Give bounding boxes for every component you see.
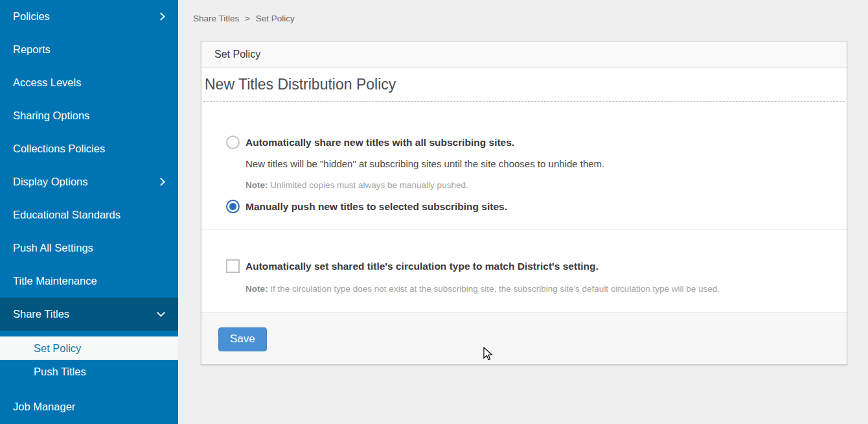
sidebar: Policies Reports Access Levels Sharing O… [0, 0, 178, 424]
sidebar-item-label: Push All Settings [13, 242, 93, 254]
sidebar-item-educational-standards[interactable]: Educational Standards [0, 198, 178, 231]
sidebar-item-reports[interactable]: Reports [0, 33, 178, 66]
sidebar-subitem-push-titles[interactable]: Push Titles [0, 360, 178, 383]
sidebar-item-label: Title Maintenance [13, 275, 97, 287]
sidebar-item-job-manager[interactable]: Job Manager [0, 390, 178, 423]
sidebar-item-label: Policies [13, 10, 50, 23]
option-label: Manually push new titles to selected sub… [246, 201, 507, 213]
main-content: Share Titles > Set Policy Set Policy New… [178, 0, 868, 424]
sidebar-item-label: Collections Policies [13, 143, 105, 155]
save-button[interactable]: Save [218, 327, 267, 351]
sidebar-item-access-levels[interactable]: Access Levels [0, 66, 178, 99]
distribution-policy-options: Automatically share new titles with all … [201, 102, 847, 230]
sidebar-item-label: Educational Standards [13, 209, 120, 221]
radio-manual-push[interactable] [226, 200, 240, 213]
option-circulation-type[interactable]: Automatically set shared title's circula… [226, 259, 834, 273]
sidebar-item-label: Reports [13, 43, 51, 56]
panel-header: Set Policy [201, 41, 847, 67]
sidebar-item-collections-policies[interactable]: Collections Policies [0, 132, 178, 165]
note-label: Note: [246, 284, 268, 294]
panel-title: Set Policy [214, 49, 260, 60]
option-label: Automatically set shared title's circula… [246, 261, 599, 272]
sidebar-item-push-all-settings[interactable]: Push All Settings [0, 231, 178, 265]
chevron-right-icon [157, 178, 165, 186]
sidebar-item-label: Job Manager [13, 401, 75, 413]
option-note: Note: Unlimited copies must always be ma… [246, 180, 834, 190]
sidebar-item-label: Share Titles [13, 308, 69, 320]
radio-auto-share[interactable] [226, 135, 240, 149]
sidebar-item-label: Display Options [13, 176, 88, 188]
sidebar-item-sharing-options[interactable]: Sharing Options [0, 99, 178, 132]
option-note: Note: If the circulation type does not e… [246, 284, 834, 294]
sidebar-item-label: Access Levels [13, 77, 81, 89]
sidebar-item-policies[interactable]: Policies [0, 0, 178, 33]
option-manual-push[interactable]: Manually push new titles to selected sub… [226, 200, 834, 213]
chevron-down-icon [157, 309, 165, 317]
sidebar-subitem-label: Push Titles [34, 366, 86, 378]
sidebar-subitem-set-policy[interactable]: Set Policy [0, 336, 178, 360]
option-label: Automatically share new titles with all … [246, 137, 514, 148]
breadcrumb-set-policy: Set Policy [256, 14, 295, 23]
note-label: Note: [246, 180, 268, 190]
sidebar-item-display-options[interactable]: Display Options [0, 165, 178, 198]
panel-footer: Save [201, 312, 847, 364]
breadcrumb-separator: > [245, 14, 250, 23]
option-description: New titles will be "hidden" at subscribi… [246, 158, 834, 169]
breadcrumb: Share Titles > Set Policy [178, 0, 868, 24]
chevron-right-icon [157, 12, 165, 21]
circulation-type-section: Automatically set shared title's circula… [201, 230, 847, 312]
checkbox-circulation-type[interactable] [226, 259, 240, 273]
sidebar-item-label: Sharing Options [13, 110, 89, 122]
page-title: New Titles Distribution Policy [205, 76, 843, 93]
sidebar-item-title-maintenance[interactable]: Title Maintenance [0, 265, 178, 298]
sidebar-item-share-titles[interactable]: Share Titles [0, 298, 178, 331]
sidebar-subitem-label: Set Policy [34, 342, 81, 355]
option-auto-share[interactable]: Automatically share new titles with all … [226, 135, 834, 149]
share-titles-submenu: Set Policy Push Titles [0, 336, 178, 383]
radio-dot [229, 203, 236, 210]
set-policy-panel: Set Policy New Titles Distribution Polic… [201, 41, 847, 365]
note-text: If the circulation type does not exist a… [270, 284, 720, 294]
breadcrumb-share-titles[interactable]: Share Titles [193, 14, 239, 23]
note-text: Unlimited copies must always be manually… [270, 180, 468, 190]
page-heading-wrap: New Titles Distribution Policy [203, 67, 845, 102]
